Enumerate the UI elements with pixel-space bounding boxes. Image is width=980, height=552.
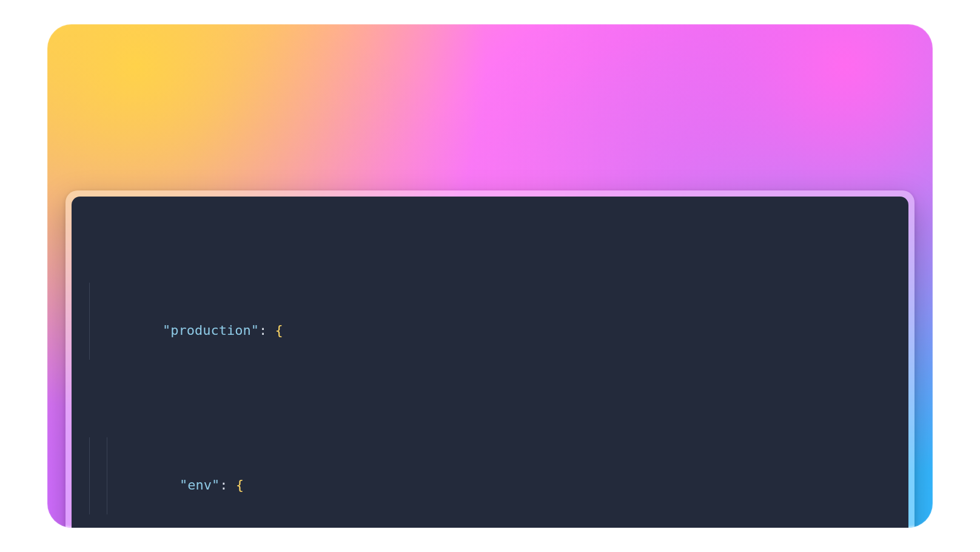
open-brace: {: [236, 477, 244, 493]
code-editor: "production": { "env": { "EXPO_PUBLIC_FI…: [72, 197, 908, 528]
open-brace: {: [275, 323, 283, 338]
gradient-canvas: "production": { "env": { "EXPO_PUBLIC_FI…: [47, 24, 933, 528]
json-key: "production": [163, 323, 259, 338]
code-line: "production": {: [81, 283, 898, 360]
colon: :: [220, 477, 236, 493]
code-line: "env": {: [81, 437, 898, 515]
code-panel: "production": { "env": { "EXPO_PUBLIC_FI…: [65, 190, 915, 528]
json-key: "env": [180, 477, 220, 493]
colon: :: [259, 323, 275, 338]
